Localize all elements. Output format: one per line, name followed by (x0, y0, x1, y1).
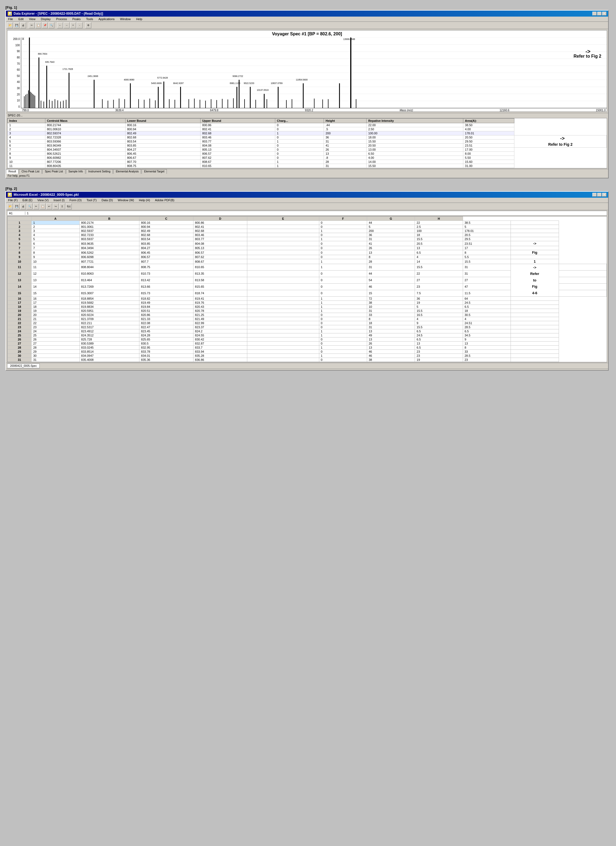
spreadsheet-cell[interactable]: 26 (32, 337, 79, 341)
spreadsheet-cell[interactable]: 15 (32, 290, 79, 296)
spreadsheet-cell[interactable]: 10 (32, 259, 79, 264)
spreadsheet-cell[interactable]: 178.01 (463, 229, 510, 233)
spreadsheet-cell[interactable]: 23 (32, 325, 79, 329)
spreadsheet-cell[interactable] (247, 225, 319, 229)
spreadsheet-cell[interactable]: 24.5 (463, 300, 510, 305)
spreadsheet-cell[interactable]: 31 (463, 270, 510, 277)
spreadsheet-cell[interactable]: 815.65 (193, 283, 247, 290)
spreadsheet-cell[interactable]: 21 (32, 317, 79, 321)
spreadsheet-cell[interactable]: 25 (32, 333, 79, 337)
spreadsheet-cell[interactable]: 28 (367, 259, 415, 264)
spreadsheet-cell[interactable]: 13 (367, 329, 415, 333)
spreadsheet-cell[interactable]: 7 (32, 246, 79, 250)
spreadsheet-cell[interactable]: 813.464 (79, 277, 139, 283)
spreadsheet-cell[interactable]: 4 (463, 317, 510, 321)
spreadsheet-cell[interactable]: 0 (319, 337, 367, 341)
spreadsheet-cell[interactable]: 820.5951 (79, 309, 139, 313)
spreadsheet-cell[interactable]: 802.68 (193, 229, 247, 233)
excel-menu-data[interactable]: Data (D) (101, 198, 114, 202)
spreadsheet-cell[interactable]: 64 (463, 296, 510, 300)
spreadsheet-cell[interactable]: 11 (32, 264, 79, 271)
spreadsheet-cell[interactable]: 800.86 (193, 221, 247, 225)
spreadsheet-cell[interactable]: 23 (415, 283, 463, 290)
spreadsheet-cell[interactable]: 1 (319, 237, 367, 241)
spreadsheet-cell[interactable]: 13 (415, 246, 463, 250)
spreadsheet-cell[interactable]: 0 (319, 317, 367, 321)
spreadsheet-cell[interactable]: 833.0245 (79, 345, 139, 349)
spreadsheet-cell[interactable]: 802.41 (193, 225, 247, 229)
spreadsheet-cell[interactable]: 0 (319, 225, 367, 229)
spreadsheet-cell[interactable]: 832.87 (193, 341, 247, 345)
spreadsheet-cell[interactable]: 825.65 (139, 337, 193, 341)
menu-view[interactable]: View (28, 17, 37, 21)
spreadsheet-cell[interactable]: 822.211 (79, 321, 139, 325)
spreadsheet-cell[interactable]: 802.7233 (79, 233, 139, 237)
spreadsheet-cell[interactable]: 8 (367, 255, 415, 259)
spreadsheet-cell[interactable]: 1 (319, 300, 367, 305)
spreadsheet-cell[interactable]: 810.73 (139, 270, 193, 277)
spreadsheet-cell[interactable]: 832.95 (139, 345, 193, 349)
spreadsheet-cell[interactable]: 72 (367, 296, 415, 300)
spreadsheet-cell[interactable]: 819.8834 (79, 305, 139, 309)
spreadsheet-cell[interactable]: 836.86 (193, 358, 247, 362)
spreadsheet-cell[interactable]: 821.25 (193, 313, 247, 317)
spreadsheet-cell[interactable]: 0 (319, 325, 367, 329)
spreadsheet-cell[interactable]: 0 (319, 321, 367, 325)
spreadsheet-cell[interactable] (247, 221, 319, 225)
spreadsheet-cell[interactable]: 15.5 (415, 325, 463, 329)
spreadsheet-cell[interactable]: 0 (319, 313, 367, 317)
spreadsheet-cell[interactable]: 835.4008 (79, 358, 139, 362)
spreadsheet-cell[interactable]: 1 (319, 229, 367, 233)
spreadsheet-cell[interactable]: 804.08 (193, 241, 247, 246)
spreadsheet-cell[interactable]: 821.3709 (79, 317, 139, 321)
spreadsheet-cell[interactable]: 14 (415, 259, 463, 264)
spreadsheet-cell[interactable]: 31 (367, 264, 415, 271)
spreadsheet-cell[interactable]: 822.99 (193, 321, 247, 325)
excel-menu-edit[interactable]: Edit (E) (22, 198, 34, 202)
spreadsheet-cell[interactable]: 810.65 (193, 264, 247, 271)
spreadsheet-cell[interactable]: 803.5937 (79, 237, 139, 241)
spreadsheet-cell[interactable]: 807.7 (139, 259, 193, 264)
spreadsheet-cell[interactable]: 825.728 (79, 337, 139, 341)
spreadsheet-cell[interactable]: 8 (463, 345, 510, 349)
spreadsheet-cell[interactable]: 820.78 (193, 309, 247, 313)
fig1-maximize-btn[interactable]: □ (597, 12, 601, 16)
excel-menu-window[interactable]: Window (W) (117, 198, 135, 202)
spreadsheet-cell[interactable]: 1 (319, 309, 367, 313)
spreadsheet-cell[interactable]: 15.5 (463, 259, 510, 264)
spreadsheet-cell[interactable]: 1 (319, 259, 367, 264)
spreadsheet-cell[interactable]: 833.94 (193, 349, 247, 353)
spreadsheet-cell[interactable]: 800.2174 (79, 221, 139, 225)
spreadsheet-cell[interactable]: 17 (32, 300, 79, 305)
spreadsheet-cell[interactable]: 38 (367, 358, 415, 362)
spreadsheet-cell[interactable]: 824.55 (193, 333, 247, 337)
spreadsheet-cell[interactable]: 819.41 (193, 296, 247, 300)
spreadsheet-cell[interactable]: 835.28 (193, 353, 247, 358)
spreadsheet-cell[interactable]: 823.37 (193, 325, 247, 329)
menu-applications[interactable]: Applications (97, 17, 116, 21)
toolbar-btn-3[interactable]: 🖨 (20, 22, 26, 28)
spreadsheet-cell[interactable]: 0 (319, 250, 367, 255)
spreadsheet-cell[interactable]: 13 (367, 337, 415, 341)
spreadsheet-cell[interactable]: 17 (463, 246, 510, 250)
spreadsheet-cell[interactable]: 13 (463, 341, 510, 345)
spreadsheet-cell[interactable]: 824.2 (193, 329, 247, 333)
spreadsheet-cell[interactable]: 31 (367, 309, 415, 313)
spreadsheet-cell[interactable]: 813.35 (193, 270, 247, 277)
spreadsheet-cell[interactable]: 27 (415, 277, 463, 283)
spreadsheet-cell[interactable] (247, 321, 319, 325)
spreadsheet-cell[interactable]: 31 (367, 237, 415, 241)
spreadsheet-cell[interactable]: 808.67 (193, 259, 247, 264)
spreadsheet-cell[interactable]: 0 (319, 283, 367, 290)
excel-toolbar-10[interactable]: f(x) (66, 203, 72, 209)
spreadsheet-cell[interactable]: 819.5682 (79, 300, 139, 305)
spreadsheet-cell[interactable] (247, 283, 319, 290)
toolbar-btn-5[interactable]: 📋 (35, 22, 41, 28)
toolbar-btn-10[interactable]: + (70, 22, 76, 28)
spreadsheet-cell[interactable]: 806.5262 (79, 250, 139, 255)
spreadsheet-cell[interactable]: 1 (319, 329, 367, 333)
spreadsheet-cell[interactable]: 18 (367, 321, 415, 325)
spreadsheet-cell[interactable]: 815.73 (139, 290, 193, 296)
spreadsheet-cell[interactable] (247, 270, 319, 277)
spreadsheet-cell[interactable]: 13 (367, 345, 415, 349)
